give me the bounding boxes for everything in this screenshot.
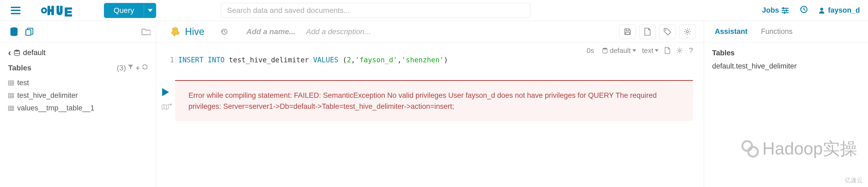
line-number: 1 — [170, 56, 174, 64]
svg-rect-9 — [784, 11, 785, 14]
query-button[interactable]: Query — [104, 3, 156, 18]
user-link[interactable]: fayson_d — [818, 6, 860, 14]
tables-heading: Tables — [8, 64, 31, 72]
database-icon — [14, 49, 20, 56]
svg-rect-8 — [786, 9, 787, 12]
svg-rect-13 — [26, 30, 31, 35]
back-chevron-icon[interactable]: ‹ — [8, 47, 11, 58]
svg-rect-16 — [626, 32, 629, 34]
svg-rect-22 — [8, 106, 13, 110]
run-button[interactable] — [159, 88, 172, 96]
execution-time: 0s — [587, 46, 594, 55]
file-icon[interactable] — [664, 47, 671, 54]
query-button-label[interactable]: Query — [104, 3, 144, 18]
svg-point-11 — [820, 7, 823, 10]
tag-button[interactable] — [659, 25, 676, 39]
assistant-panel: Tables default.test_hive_delimiter — [704, 42, 868, 187]
svg-rect-7 — [783, 7, 784, 10]
svg-rect-21 — [8, 93, 13, 98]
table-icon — [8, 106, 14, 111]
undo-icon[interactable] — [220, 28, 227, 35]
hue-logo[interactable] — [37, 4, 85, 17]
settings-button[interactable] — [679, 25, 696, 39]
history-icon[interactable] — [799, 5, 807, 15]
svg-rect-5 — [782, 10, 788, 11]
save-button[interactable] — [619, 25, 636, 39]
filter-icon[interactable] — [128, 64, 133, 72]
refresh-icon[interactable] — [142, 64, 148, 72]
svg-rect-20 — [8, 81, 13, 85]
svg-point-19 — [14, 49, 20, 51]
hive-icon — [171, 27, 181, 37]
error-message: Error while compiling statement: FAILED:… — [175, 80, 693, 121]
engine-label[interactable]: Hive — [171, 26, 204, 37]
svg-rect-3 — [48, 9, 54, 12]
engine-name: Hive — [185, 26, 204, 37]
code-editor[interactable]: 1 INSERT INTO test_hive_delimiter VALUES… — [156, 55, 704, 69]
assistant-tables-heading: Tables — [712, 49, 860, 57]
sliders-icon — [782, 7, 788, 14]
tab-assistant[interactable]: Assistant — [715, 27, 748, 36]
left-sidebar: ‹ default Tables (3) + test test_hive_de… — [0, 42, 156, 187]
add-icon[interactable]: + — [136, 64, 140, 72]
table-item[interactable]: test_hive_delimiter — [8, 89, 148, 102]
gear-icon[interactable] — [676, 47, 683, 54]
copy-icon[interactable] — [25, 28, 33, 36]
table-item[interactable]: values__tmp__table__1 — [8, 102, 148, 114]
svg-rect-15 — [626, 29, 629, 31]
table-icon — [8, 93, 14, 98]
svg-point-18 — [686, 30, 688, 33]
help-icon[interactable]: ? — [689, 46, 693, 55]
assistant-table-item[interactable]: default.test_hive_delimiter — [712, 62, 860, 70]
folder-icon[interactable] — [141, 28, 151, 36]
svg-point-24 — [679, 50, 681, 51]
output-format-selector[interactable]: text — [642, 46, 659, 55]
svg-rect-4 — [782, 8, 788, 9]
database-stack-icon[interactable] — [10, 27, 18, 36]
search-input[interactable] — [221, 3, 530, 18]
tables-count: (3) — [117, 64, 126, 72]
table-item[interactable]: test — [8, 77, 148, 89]
name-placeholder[interactable]: Add a name... — [246, 27, 296, 36]
database-name[interactable]: default — [23, 48, 45, 57]
tab-functions[interactable]: Functions — [761, 27, 793, 36]
table-icon — [8, 80, 14, 86]
query-dropdown-icon[interactable] — [144, 3, 156, 18]
database-selector[interactable]: default — [602, 46, 636, 55]
svg-point-23 — [603, 48, 608, 49]
jobs-link[interactable]: Jobs — [762, 6, 788, 14]
svg-point-17 — [665, 29, 666, 31]
jobs-label: Jobs — [762, 6, 779, 14]
database-small-icon — [602, 47, 608, 53]
description-placeholder[interactable]: Add a description... — [306, 27, 371, 36]
map-icon[interactable] — [159, 104, 172, 110]
menu-icon[interactable] — [11, 7, 21, 14]
new-file-button[interactable] — [639, 25, 656, 39]
user-icon — [818, 7, 825, 14]
svg-point-0 — [42, 8, 46, 13]
user-name: fayson_d — [828, 6, 860, 14]
